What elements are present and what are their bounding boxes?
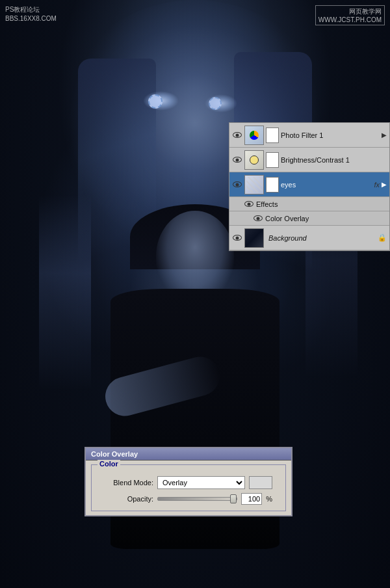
layer-name-brightness: Brightness/Contrast 1: [281, 156, 387, 164]
layer-name-color-overlay: Color Overlay: [265, 215, 387, 222]
watermark-left-line2: BBS.16XX8.COM: [5, 14, 57, 23]
layer-name-background: Background: [268, 234, 374, 242]
color-swatch[interactable]: [249, 476, 272, 489]
eye-right: [205, 94, 237, 113]
visibility-toggle-effects[interactable]: [244, 199, 254, 209]
lock-icon: 🔒: [378, 234, 387, 242]
opacity-slider-track[interactable]: [157, 497, 237, 501]
layer-scroll-arrow: ▶: [382, 131, 387, 139]
dialog-body: Color Blend Mode: Overlay Opacity:: [86, 464, 291, 515]
watermark-right: 网页教学网 WWW.JCST.PH.COM: [315, 5, 385, 25]
eye-icon-color-overlay: [254, 215, 263, 221]
layer-row-eyes[interactable]: eyes fx ▶: [229, 172, 389, 197]
eye-icon-brightness: [233, 157, 242, 163]
visibility-toggle-brightness[interactable]: [232, 155, 242, 165]
watermark-left: PS教程论坛 BBS.16XX8.COM: [5, 5, 57, 23]
sun-icon: [250, 155, 259, 165]
opacity-slider-thumb[interactable]: [230, 494, 237, 503]
dialog-title: Color Overlay: [86, 448, 291, 461]
dialog-section-title: Color: [99, 460, 118, 468]
layer-mask-eyes: [266, 177, 279, 193]
watermark-right-line1: 网页教学网: [318, 7, 382, 16]
eye-left: [143, 91, 179, 111]
visibility-toggle-color-overlay[interactable]: [253, 213, 263, 224]
photo-filter-icon: [250, 131, 259, 140]
layer-thumb-photo-filter: [244, 126, 264, 145]
opacity-row: Opacity: %: [96, 491, 281, 507]
blend-mode-row: Blend Mode: Overlay: [96, 474, 281, 491]
layer-name-eyes: eyes: [281, 181, 370, 189]
opacity-percent-sign: %: [266, 495, 272, 503]
eye-icon-effects: [244, 201, 254, 207]
layer-mask-brightness: [266, 152, 279, 168]
layer-row-color-overlay[interactable]: Color Overlay: [229, 211, 389, 226]
blend-mode-select[interactable]: Overlay: [157, 476, 245, 489]
color-overlay-dialog: Color Overlay Color Blend Mode: Overlay …: [84, 447, 292, 516]
layers-panel: Photo Filter 1 ▶ Brightness/Contrast 1 e…: [229, 122, 390, 251]
fx-badge: fx: [374, 181, 380, 189]
layer-mask-photo-filter: [266, 127, 279, 143]
layer-scroll-arrow2: ▶: [382, 181, 387, 188]
eye-icon-photo-filter: [233, 132, 242, 138]
layer-row-photo-filter[interactable]: Photo Filter 1 ▶: [229, 123, 389, 148]
layer-row-brightness[interactable]: Brightness/Contrast 1: [229, 148, 389, 172]
glow-left: [39, 195, 91, 390]
eye-icon-background: [233, 235, 242, 241]
figure-head: [156, 211, 234, 302]
opacity-input[interactable]: [241, 493, 262, 505]
watermark-right-line2: WWW.JCST.PH.COM: [318, 16, 382, 23]
opacity-label: Opacity:: [105, 495, 153, 503]
opacity-slider-container: [157, 497, 237, 501]
layer-name-photo-filter: Photo Filter 1: [281, 131, 380, 139]
layer-thumb-background: [244, 228, 264, 248]
layer-row-background[interactable]: Background 🔒: [229, 226, 389, 250]
eye-icon-eyes: [233, 181, 242, 187]
visibility-toggle-background[interactable]: [232, 233, 242, 243]
layer-thumb-eyes: [244, 175, 264, 194]
layer-name-effects: Effects: [256, 200, 387, 208]
visibility-toggle-photo-filter[interactable]: [232, 130, 242, 140]
visibility-toggle-eyes[interactable]: [232, 180, 242, 190]
blend-mode-label: Blend Mode:: [105, 479, 153, 487]
watermark-left-line1: PS教程论坛: [5, 5, 57, 14]
layer-row-effects[interactable]: Effects: [229, 197, 389, 211]
layer-thumb-brightness: [244, 150, 264, 170]
